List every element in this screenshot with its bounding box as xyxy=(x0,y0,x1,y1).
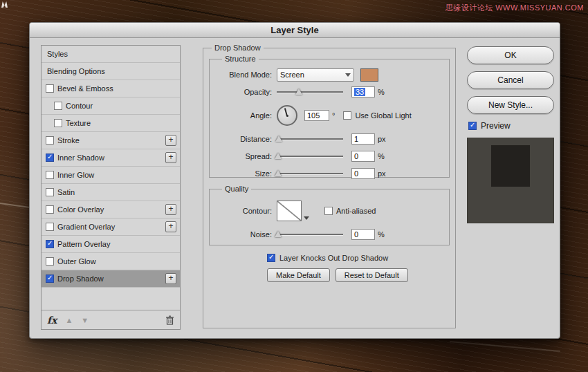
checkbox-satin[interactable] xyxy=(46,188,54,196)
angle-field[interactable]: 105 xyxy=(304,110,329,121)
blend-mode-value: Screen xyxy=(280,71,342,79)
angle-label: Angle: xyxy=(214,111,272,120)
noise-slider[interactable] xyxy=(277,230,343,239)
size-unit: px xyxy=(378,169,386,178)
new-style-button[interactable]: New Style... xyxy=(467,96,554,114)
slider-thumb[interactable] xyxy=(275,153,282,159)
checkbox-contour[interactable] xyxy=(54,102,62,110)
sidebar-item-label: Outer Glow xyxy=(57,257,96,266)
checkbox-pattern-overlay[interactable] xyxy=(46,240,54,248)
make-default-button[interactable]: Make Default xyxy=(267,268,330,282)
slider-thumb[interactable] xyxy=(295,89,302,95)
add-effect-icon[interactable]: + xyxy=(165,152,176,163)
opacity-field[interactable]: 33 xyxy=(351,86,375,97)
structure-legend: Structure xyxy=(222,55,259,63)
checkbox-stroke[interactable] xyxy=(46,136,54,145)
contour-preview[interactable] xyxy=(277,201,302,221)
sidebar-item-pattern-overlay[interactable]: Pattern Overlay xyxy=(42,236,180,253)
knockout-row[interactable]: Layer Knocks Out Drop Shadow xyxy=(267,254,455,262)
sidebar-item-inner-shadow[interactable]: Inner Shadow + xyxy=(42,149,180,167)
noise-value: 0 xyxy=(354,230,358,239)
sidebar-item-label: Contour xyxy=(66,102,93,110)
sidebar-item-contour[interactable]: Contour xyxy=(42,97,180,115)
opacity-slider[interactable] xyxy=(277,88,343,96)
checkbox-color-overlay[interactable] xyxy=(46,205,54,214)
preview-layer-square xyxy=(491,145,530,187)
use-global-light-row[interactable]: Use Global Light xyxy=(343,111,411,120)
checkbox-preview[interactable] xyxy=(468,122,477,130)
shadow-color-swatch[interactable] xyxy=(360,68,378,82)
angle-dial[interactable] xyxy=(277,105,297,126)
checkbox-bevel-emboss[interactable] xyxy=(46,84,54,93)
checkbox-texture[interactable] xyxy=(54,119,62,127)
blend-mode-label: Blend Mode: xyxy=(214,71,272,79)
add-effect-icon[interactable]: + xyxy=(165,273,176,284)
slider-thumb[interactable] xyxy=(275,231,282,237)
checkbox-inner-glow[interactable] xyxy=(46,171,54,179)
sidebar-item-blending-options[interactable]: Blending Options xyxy=(42,63,180,80)
slider-track xyxy=(277,234,343,235)
sidebar-item-label: Bevel & Emboss xyxy=(57,84,113,93)
distance-slider[interactable] xyxy=(277,135,343,143)
anti-aliased-row[interactable]: Anti-aliased xyxy=(324,207,376,215)
sidebar-item-label: Inner Glow xyxy=(57,171,94,179)
sidebar-item-gradient-overlay[interactable]: Gradient Overlay + xyxy=(42,218,180,236)
contour-row: Contour: Anti-aliased xyxy=(214,198,445,224)
checkbox-use-global-light[interactable] xyxy=(343,111,351,120)
noise-row: Noise: 0 % xyxy=(214,227,445,241)
spread-unit: % xyxy=(378,152,385,160)
slider-track xyxy=(277,173,343,174)
ok-button[interactable]: OK xyxy=(467,46,554,64)
add-effect-icon[interactable]: + xyxy=(165,204,176,215)
sidebar-item-outer-glow[interactable]: Outer Glow xyxy=(42,253,180,270)
cancel-button[interactable]: Cancel xyxy=(467,71,554,89)
slider-thumb[interactable] xyxy=(275,170,282,176)
spread-field[interactable]: 0 xyxy=(351,151,375,162)
sidebar-item-satin[interactable]: Satin xyxy=(42,184,180,201)
checkbox-drop-shadow[interactable] xyxy=(46,275,54,283)
checkbox-outer-glow[interactable] xyxy=(46,257,54,266)
sidebar-item-drop-shadow[interactable]: Drop Shadow + xyxy=(42,270,180,288)
size-field[interactable]: 0 xyxy=(351,168,375,179)
distance-field[interactable]: 1 xyxy=(351,133,375,145)
checkbox-gradient-overlay[interactable] xyxy=(46,223,54,231)
spread-label: Spread: xyxy=(214,152,272,160)
spread-slider[interactable] xyxy=(277,152,343,160)
noise-unit: % xyxy=(378,230,385,239)
blend-mode-row: Blend Mode: Screen xyxy=(214,68,445,82)
size-label: Size: xyxy=(214,169,272,178)
checkbox-anti-aliased[interactable] xyxy=(324,207,333,215)
dialog-titlebar[interactable]: Layer Style xyxy=(30,23,560,38)
preview-thumbnail xyxy=(467,138,554,223)
sidebar-item-bevel-emboss[interactable]: Bevel & Emboss xyxy=(42,80,180,97)
add-effect-icon[interactable]: + xyxy=(165,135,176,146)
wood-scratch xyxy=(450,341,560,352)
sidebar-footer: fx ▲ ▼ xyxy=(42,310,180,329)
move-up-icon[interactable]: ▲ xyxy=(65,316,73,324)
preview-row[interactable]: Preview xyxy=(468,121,554,131)
sidebar-item-label: Satin xyxy=(57,188,75,196)
move-down-icon[interactable]: ▼ xyxy=(81,316,89,324)
trash-icon[interactable] xyxy=(165,315,174,325)
noise-field[interactable]: 0 xyxy=(351,229,375,240)
sidebar-item-styles[interactable]: Styles xyxy=(42,46,180,63)
fx-icon[interactable]: fx xyxy=(47,315,57,326)
reset-to-default-button[interactable]: Reset to Default xyxy=(336,268,408,282)
blend-mode-select[interactable]: Screen xyxy=(277,68,354,82)
add-effect-icon[interactable]: + xyxy=(165,221,176,232)
chevron-down-icon[interactable] xyxy=(304,216,309,220)
sidebar-item-label: Gradient Overlay xyxy=(57,223,115,231)
sidebar-item-texture[interactable]: Texture xyxy=(42,115,180,132)
size-slider[interactable] xyxy=(277,169,343,178)
sidebar-item-color-overlay[interactable]: Color Overlay + xyxy=(42,201,180,218)
sidebar-item-stroke[interactable]: Stroke + xyxy=(42,132,180,149)
angle-value: 105 xyxy=(307,111,320,120)
sidebar-item-inner-glow[interactable]: Inner Glow xyxy=(42,167,180,184)
distance-label: Distance: xyxy=(214,135,272,143)
slider-thumb[interactable] xyxy=(275,136,282,142)
knockout-label: Layer Knocks Out Drop Shadow xyxy=(279,254,388,262)
sidebar-item-label: Texture xyxy=(66,119,91,127)
checkbox-inner-shadow[interactable] xyxy=(46,154,54,162)
checkbox-layer-knocks-out[interactable] xyxy=(267,254,275,262)
contour-picker[interactable] xyxy=(277,201,309,221)
